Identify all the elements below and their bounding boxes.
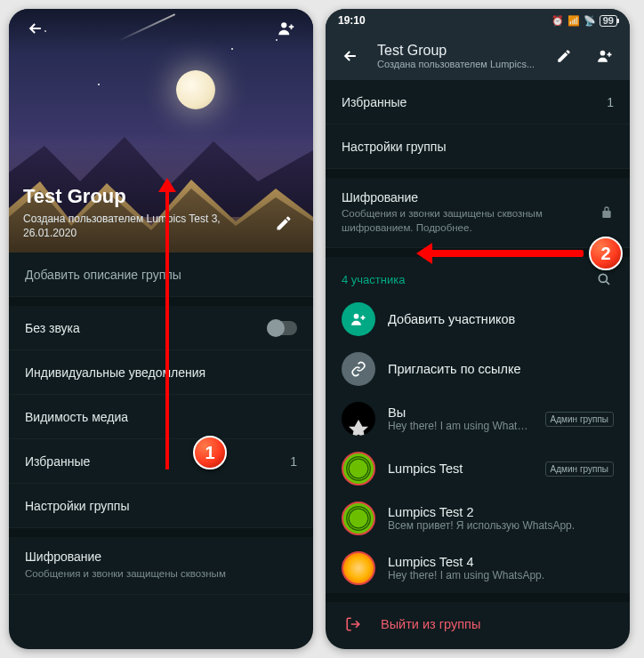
alarm-icon: ⏰ <box>551 15 564 27</box>
starred-row[interactable]: Избранные 1 <box>326 80 630 124</box>
member-row[interactable]: Lumpics Test 4 Hey there! I am using Wha… <box>326 543 630 593</box>
back-button[interactable] <box>21 14 50 43</box>
add-participants-row[interactable]: Добавить участников <box>326 294 630 344</box>
signal-icon: 📶 <box>568 15 580 27</box>
svg-point-3 <box>354 314 359 319</box>
member-row[interactable]: Lumpics Test Админ группы <box>326 444 630 494</box>
group-settings-row[interactable]: Настройки группы <box>326 124 630 169</box>
search-icon[interactable] <box>594 269 614 289</box>
svg-point-0 <box>281 22 286 28</box>
add-participant-button[interactable] <box>272 14 301 43</box>
annotation-arrow-left <box>431 250 584 257</box>
admin-badge: Админ группы <box>545 461 614 477</box>
status-icons: ⏰ 📶 📡 99 <box>551 15 617 27</box>
starred-count: 1 <box>607 95 614 109</box>
phone-right: 19:10 ⏰ 📶 📡 99 Test Group Создана пользо… <box>326 9 630 649</box>
mute-toggle[interactable] <box>267 321 297 335</box>
edit-name-button[interactable] <box>270 210 297 237</box>
exit-group-row[interactable]: Выйти из группы <box>326 602 630 646</box>
avatar <box>342 452 375 485</box>
annotation-badge-1: 1 <box>193 436 227 469</box>
participants-header: 4 участника <box>326 257 630 294</box>
media-visibility-row[interactable]: Видимость медиа <box>9 395 313 439</box>
add-description-row[interactable]: Добавить описание группы <box>9 253 313 297</box>
group-created-info: Создана пользователем Lumpics Test 3, 26… <box>23 212 246 240</box>
encryption-row[interactable]: Шифрование Сообщения и звонки защищены с… <box>9 537 313 595</box>
appbar-subtitle: Создана пользователем Lumpics... <box>377 59 537 69</box>
group-settings-row[interactable]: Настройки группы <box>9 484 313 528</box>
group-header-image: 19:10 ⏰ 📶 📡 99 Test Group Создана пользо… <box>9 9 313 253</box>
annotation-badge-2: 2 <box>589 237 623 270</box>
encryption-row[interactable]: Шифрование Сообщения и звонки защищены с… <box>326 178 630 248</box>
exit-icon <box>345 616 361 632</box>
starred-row[interactable]: Избранные 1 <box>9 439 313 484</box>
invite-link-row[interactable]: Пригласить по ссылке <box>326 344 630 394</box>
member-row-you[interactable]: Вы Hey there! I am using WhatsApp. Админ… <box>326 394 630 444</box>
add-participant-button[interactable] <box>591 42 619 70</box>
phone-left: 19:10 ⏰ 📶 📡 99 Test Group Создана пользо… <box>9 9 313 649</box>
edit-button[interactable] <box>550 42 578 70</box>
svg-point-2 <box>599 274 607 282</box>
annotation-arrow-up <box>165 190 169 469</box>
lock-icon <box>600 205 614 220</box>
avatar <box>342 402 375 436</box>
add-person-icon <box>342 302 375 336</box>
wifi-icon: 📡 <box>584 15 596 27</box>
avatar <box>342 551 375 585</box>
mute-row[interactable]: Без звука <box>9 306 313 350</box>
app-bar: Test Group Создана пользователем Lumpics… <box>326 32 630 80</box>
participants-count: 4 участника <box>342 273 405 286</box>
member-row[interactable]: Lumpics Test 2 Всем привет! Я использую … <box>326 494 630 543</box>
appbar-title: Test Group <box>377 43 537 59</box>
status-time: 19:10 <box>338 14 366 27</box>
back-button[interactable] <box>336 42 365 70</box>
admin-badge: Админ группы <box>545 412 614 427</box>
svg-point-1 <box>600 51 606 56</box>
link-icon <box>342 352 375 386</box>
starred-count: 1 <box>290 454 297 469</box>
avatar <box>342 502 375 535</box>
custom-notifications-row[interactable]: Индивидуальные уведомления <box>9 350 313 395</box>
battery-icon: 99 <box>600 15 617 27</box>
